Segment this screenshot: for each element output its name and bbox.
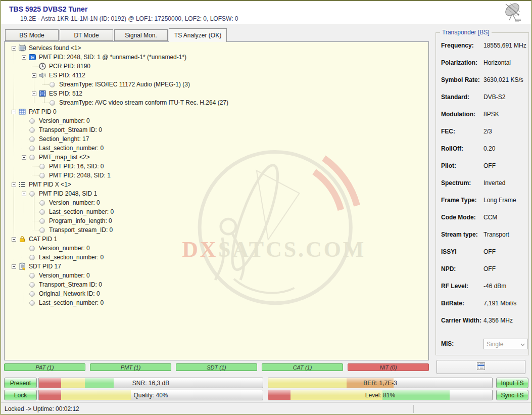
field-value: DVB-S2	[483, 94, 505, 101]
tree-item[interactable]: Last_section_number: 0	[5, 253, 428, 262]
tab-signal-mon[interactable]: Signal Mon.	[114, 29, 168, 41]
tree-item[interactable]: Services found <1>	[5, 43, 428, 53]
tree-item[interactable]: PMT PID X <1>	[5, 180, 428, 189]
tree-item[interactable]: Section_lenght: 17	[5, 134, 428, 144]
tree-item-label: ES PID: 4112	[49, 72, 85, 79]
expander-minus-icon[interactable]	[22, 155, 26, 160]
tree-item-label: PMT_map_list <2>	[39, 154, 90, 161]
tree-item-label: SDT PID 17	[29, 263, 61, 270]
tree-item[interactable]: CAT PID 1	[5, 235, 428, 244]
mis-dropdown[interactable]: Single	[483, 339, 528, 349]
tree-item[interactable]: Last_section_number: 0	[5, 144, 428, 153]
field-value: 8PSK	[483, 111, 499, 118]
tree-item[interactable]: PMT PID: 2048, SID: 1	[5, 171, 428, 180]
listbox-icon	[477, 362, 485, 372]
tree-connector	[22, 303, 28, 303]
expander-minus-icon[interactable]	[22, 192, 26, 196]
tree-connector	[42, 84, 49, 85]
tree-item[interactable]: ES PID: 4112	[5, 71, 428, 80]
expander-minus-icon[interactable]	[12, 46, 16, 51]
sphere-icon	[29, 146, 35, 151]
tree-item[interactable]: Last_section_number: 0	[5, 207, 428, 216]
tree-item[interactable]: Transport_Stream ID: 0	[5, 280, 428, 289]
transponder-groupbox: Transponder [BS] Frequency:18555,691 MHz…	[436, 32, 529, 355]
field-label: Stream type:	[441, 231, 478, 238]
expander-minus-icon[interactable]	[32, 73, 36, 78]
field-label: Frequency:	[441, 42, 474, 49]
sphere-icon	[29, 273, 35, 279]
quality-text: Quality: 40%	[39, 390, 263, 400]
expander-minus-icon[interactable]	[22, 55, 26, 60]
field-value: -46 dBm	[483, 283, 506, 290]
expander-minus-icon[interactable]	[32, 91, 36, 96]
sync-ts-button[interactable]: Sync TS	[496, 390, 528, 400]
tree-item-label: Last_section_number: 0	[39, 299, 104, 306]
ts-list-button[interactable]	[437, 360, 525, 374]
tree-item[interactable]: Version_number: 0	[5, 116, 428, 125]
snr-progressbar: SNR: 16,3 dB	[38, 378, 263, 388]
field-value: 7,191 Mbit/s	[483, 300, 516, 307]
tree-item[interactable]: PMT_map_list <2>	[5, 153, 428, 162]
tree-connector	[22, 275, 28, 276]
tree-item[interactable]: SDT PID 17	[5, 262, 428, 271]
field-value: OFF	[483, 162, 496, 169]
tree-item[interactable]: PMT PID: 16, SID: 0	[5, 162, 428, 171]
tab-dt-mode[interactable]: DT Mode	[60, 29, 113, 41]
tree-item[interactable]: ES PID: 512	[5, 89, 428, 98]
sphere-icon	[39, 200, 45, 206]
tree-connector	[32, 66, 38, 67]
sphere-icon	[29, 191, 35, 197]
field-label: FEC:	[441, 128, 455, 135]
transponder-field-row: Pilot:OFF	[441, 162, 526, 170]
services-icon	[18, 44, 26, 52]
tree-item[interactable]: Version_number: 0	[5, 198, 428, 207]
input-ts-button[interactable]: Input TS	[496, 378, 528, 388]
tree-item[interactable]: Transport_Stream ID: 0	[5, 125, 428, 134]
transponder-field-row: Standard:DVB-S2	[441, 94, 526, 102]
tree-item-label: ES PID: 512	[49, 90, 82, 97]
listx-icon	[18, 180, 26, 189]
tree-connector	[32, 175, 38, 176]
tree-item[interactable]: Version_number: 0	[5, 244, 428, 253]
level-progressbar: Level: 81%	[268, 390, 493, 400]
tree-item[interactable]: tvPMT PID: 2048, SID: 1 @ *unnamed-1* (*…	[5, 53, 428, 62]
field-value: 4,356 MHz	[483, 317, 513, 324]
tab-ts-analyzer[interactable]: TS Analyzer (OK)	[169, 28, 227, 42]
field-label: RF Level:	[441, 283, 468, 290]
tree-item[interactable]: Last_section_number: 0	[5, 298, 428, 307]
field-value: 18555,691 MHz	[483, 42, 526, 49]
tree-item[interactable]: Program_info_length: 0	[5, 216, 428, 225]
sphere-icon	[29, 300, 35, 306]
sphere-icon	[29, 136, 35, 142]
tree-item[interactable]: PMT PID 2048, SID 1	[5, 189, 428, 198]
tree-item[interactable]: Transport_stream_ID: 0	[5, 225, 428, 235]
present-button[interactable]: Present	[4, 378, 37, 388]
tree-connector	[22, 285, 28, 285]
titlebar: TBS 5925 DVBS2 Tuner 19.2E - Astra 1KR-1…	[0, 0, 532, 24]
expander-minus-icon[interactable]	[12, 237, 16, 242]
tree-item[interactable]: PAT PID 0	[5, 107, 428, 116]
status-bar: Locked -> Uptime: 00:02:12	[0, 402, 532, 415]
expander-minus-icon[interactable]	[12, 264, 16, 269]
sphere-icon	[39, 209, 45, 215]
expander-minus-icon[interactable]	[12, 182, 16, 187]
tree-connector	[22, 294, 28, 294]
lock-button[interactable]: Lock	[4, 390, 37, 400]
tree-item-label: StreamType: AVC video stream conform ITU…	[59, 99, 228, 106]
tree-item[interactable]: StreamType: AVC video stream conform ITU…	[5, 98, 428, 107]
expander-minus-icon[interactable]	[12, 110, 16, 114]
sphere-icon	[29, 118, 35, 124]
pid-status-badge: NIT (0)	[348, 363, 429, 371]
transponder-field-row: Carrier Width:4,356 MHz	[441, 317, 526, 325]
mis-row: MIS: Single	[441, 340, 526, 348]
tree-item-label: PCR PID: 8190	[49, 63, 90, 70]
transponder-field-row: FEC:2/3	[441, 128, 526, 136]
ber-text: BER: 1,7E-3	[268, 378, 492, 388]
tree-item[interactable]: StreamType: ISO/IEC 11172 Audio (MPEG-1)…	[5, 80, 428, 89]
tree-item[interactable]: PCR PID: 8190	[5, 62, 428, 71]
transponder-field-row: BitRate:7,191 Mbit/s	[441, 300, 526, 308]
field-value: Transport	[483, 231, 509, 238]
tab-bs-mode[interactable]: BS Mode	[5, 29, 59, 41]
tree-item[interactable]: Version_number: 0	[5, 271, 428, 280]
tree-item[interactable]: Original_Network ID: 0	[5, 289, 428, 298]
